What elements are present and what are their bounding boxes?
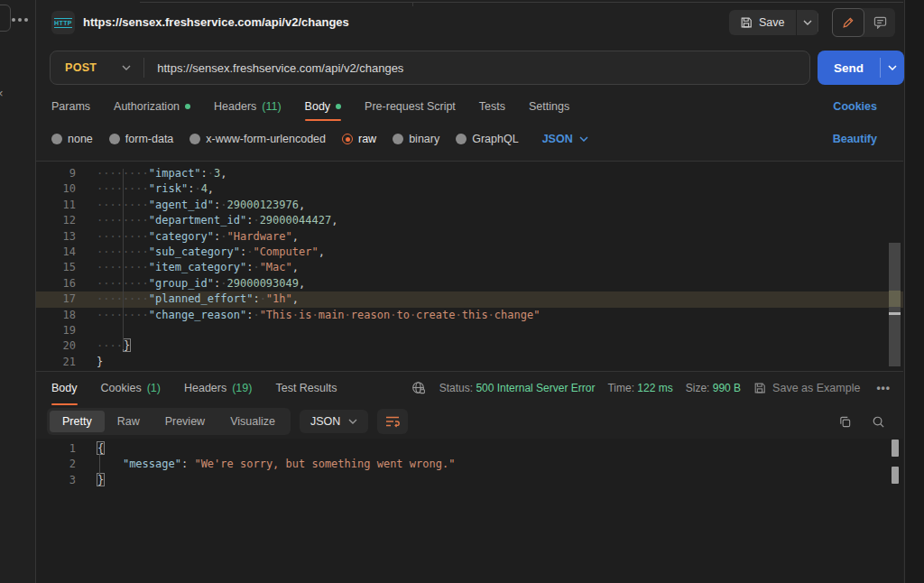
bodytype-label: x-www-form-urlencoded — [206, 133, 326, 145]
tab-label: Params — [51, 100, 90, 113]
code-line-content: ········"group_id":·29000093049, — [97, 276, 305, 292]
tab-headers[interactable]: Headers(11) — [214, 93, 282, 120]
radio-icon — [109, 134, 120, 144]
code-token: "This·is·main·reason·to·create·this·chan… — [260, 309, 541, 321]
code-token: } — [123, 338, 131, 352]
bodytype-graphql[interactable]: GraphQL — [456, 133, 518, 145]
view-preview[interactable]: Preview — [152, 411, 217, 432]
code-token: "group_id" — [149, 277, 214, 290]
tab-cookies[interactable]: Cookies(1) — [101, 372, 161, 404]
code-line-content: ········"category":·"Hardware", — [97, 229, 299, 245]
code-line: 21} — [36, 355, 903, 370]
cookies-link[interactable]: Cookies — [833, 100, 877, 113]
code-token: · — [194, 182, 200, 195]
save-options-chevron-icon[interactable] — [797, 10, 818, 35]
bodytype-form-data[interactable]: form-data — [109, 133, 174, 145]
send-button[interactable]: Send — [818, 51, 904, 85]
search-icon[interactable] — [872, 415, 885, 429]
response-tabs: BodyCookies(1)Headers(19)Test Results — [51, 372, 337, 404]
code-token: "change_reason" — [149, 309, 246, 321]
line-number: 15 — [36, 260, 76, 275]
code-line: 16········"group_id":·29000093049, — [36, 276, 903, 292]
close-icon[interactable]: × — [0, 87, 4, 100]
tab-params[interactable]: Params — [51, 93, 90, 120]
radio-icon — [189, 134, 200, 144]
code-line: 19 — [36, 323, 903, 338]
send-options-chevron-icon[interactable] — [881, 65, 904, 70]
save-button[interactable]: Save — [729, 10, 796, 35]
tab-test-results[interactable]: Test Results — [275, 372, 337, 404]
whitespace-dot: · — [488, 309, 494, 321]
network-globe-icon[interactable] — [411, 381, 427, 395]
code-token: 29000123976 — [227, 199, 299, 211]
code-token: "impact" — [149, 167, 201, 180]
bodytype-none[interactable]: none — [51, 133, 93, 145]
tab-label: Tests — [479, 100, 505, 113]
line-number: 16 — [36, 276, 76, 292]
header-separator — [818, 14, 818, 32]
bodytype-binary[interactable]: binary — [393, 133, 439, 145]
code-line-content: ····} — [97, 338, 131, 354]
response-view-switcher: PrettyRawPreviewVisualize — [47, 408, 291, 435]
code-token: "Mac" — [260, 261, 292, 273]
tab-pre-request-script[interactable]: Pre-request Script — [365, 93, 456, 120]
code-token: , — [331, 214, 337, 227]
code-line-content: ········"item_category":·"Mac", — [97, 260, 299, 275]
editor-scrollbar[interactable] — [889, 243, 901, 366]
view-pretty[interactable]: Pretty — [50, 411, 105, 432]
line-number: 3 — [36, 473, 76, 488]
code-token: "Computer" — [253, 245, 318, 258]
bodytype-raw[interactable]: raw — [342, 133, 376, 145]
tab-body[interactable]: Body — [305, 93, 342, 120]
tab-authorization[interactable]: Authorization — [114, 93, 190, 120]
method-select[interactable]: POST — [51, 61, 143, 74]
wrap-text-button[interactable] — [377, 409, 408, 434]
response-body-editor[interactable]: 1{2 "message": "We're sorry, but somethi… — [36, 439, 903, 583]
view-visualize[interactable]: Visualize — [217, 411, 288, 432]
save-as-example-button[interactable]: Save as Example — [753, 382, 860, 394]
code-line: 17········"planned_effort":·"1h", — [36, 292, 903, 307]
code-line: 11········"agent_id":·29000123976, — [36, 198, 903, 213]
time-badge: Time: 122 ms — [607, 382, 672, 394]
scroll-marker[interactable] — [892, 440, 899, 457]
code-token: , — [208, 182, 214, 195]
beautify-link[interactable]: Beautify — [833, 133, 877, 145]
chevron-down-icon — [579, 136, 588, 142]
tab-settings[interactable]: Settings — [529, 93, 569, 120]
code-token: , — [319, 245, 325, 258]
body-type-row: noneform-datax-www-form-urlencodedrawbin… — [36, 125, 903, 153]
code-line-content: { — [97, 441, 105, 457]
code-line-content: ········"impact":·3, — [97, 166, 227, 181]
scroll-marker[interactable] — [892, 467, 899, 484]
response-format-select[interactable]: JSON — [300, 410, 368, 433]
code-line: 20····} — [36, 338, 903, 354]
chevron-down-icon — [122, 65, 131, 70]
request-body-editor[interactable]: 9········"impact":·3,10········"risk":·4… — [36, 161, 903, 371]
edit-pencil-button[interactable] — [832, 8, 864, 37]
whitespace-dot: · — [345, 309, 351, 321]
tab-tests[interactable]: Tests — [479, 93, 505, 120]
line-number: 9 — [36, 166, 76, 181]
code-line: 12········"department_id":·29000044427, — [36, 213, 903, 228]
bodytype-label: binary — [409, 133, 439, 145]
code-line-content: } — [97, 473, 105, 488]
tab-label: Headers — [214, 100, 256, 113]
copy-icon[interactable] — [838, 415, 852, 429]
request-tabs: ParamsAuthorizationHeaders(11)BodyPre-re… — [36, 93, 903, 120]
tab-body[interactable]: Body — [51, 372, 78, 404]
line-number: 2 — [36, 457, 76, 472]
tab-label: Headers — [184, 382, 226, 394]
more-options-icon[interactable] — [12, 18, 28, 22]
view-raw[interactable]: Raw — [105, 411, 152, 432]
code-token — [97, 458, 123, 470]
tab-headers[interactable]: Headers(19) — [184, 372, 252, 404]
url-input[interactable]: https://sensex.freshservice.com/api/v2/c… — [157, 61, 403, 75]
response-more-options-icon[interactable]: ••• — [876, 382, 891, 394]
code-token: , — [292, 292, 299, 305]
bodytype-x-www-form-urlencoded[interactable]: x-www-form-urlencoded — [189, 133, 326, 145]
code-token: "risk" — [149, 182, 188, 195]
comments-button[interactable] — [864, 8, 895, 37]
request-panel: HTTP https://sensex.freshservice.com/api… — [36, 0, 904, 583]
code-line-content: ········"department_id":·29000044427, — [97, 213, 337, 228]
body-format-select[interactable]: JSON — [542, 133, 588, 145]
